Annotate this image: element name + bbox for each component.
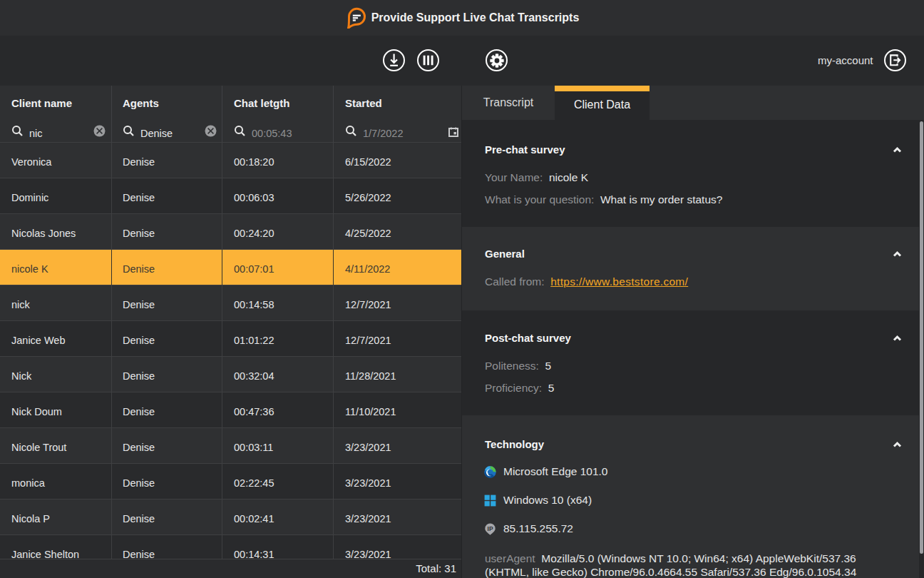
svg-text:IP: IP (488, 525, 493, 532)
